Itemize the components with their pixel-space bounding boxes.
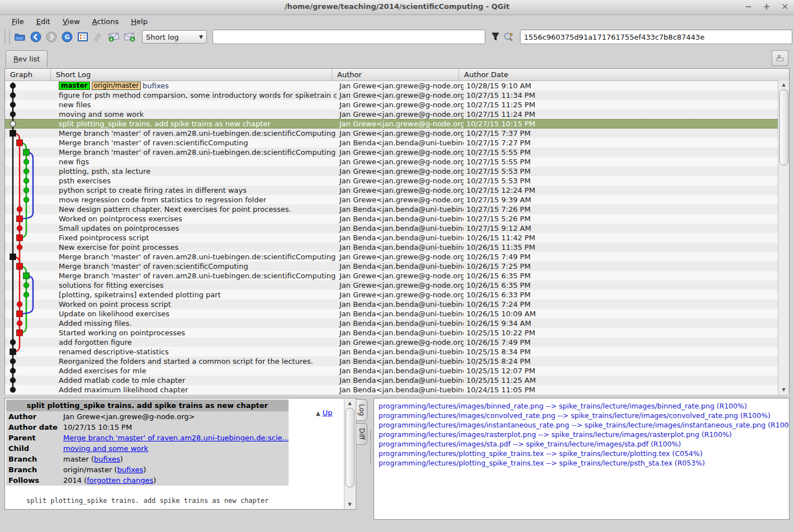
commit-row[interactable]: Worked on point process scriptJan Benda<… xyxy=(5,300,789,309)
detail-link[interactable]: bufixes xyxy=(94,455,120,463)
back-button[interactable] xyxy=(29,30,43,44)
commit-row[interactable]: add forgotten figureJan Grewe<jan.grewe@… xyxy=(5,338,789,347)
author-cell: Jan Grewe<jan.grewe@g-node.org> xyxy=(337,120,464,128)
commit-row[interactable]: [plotting, spiketrains] extended plottin… xyxy=(5,290,789,300)
commit-row[interactable]: Merge branch 'master' of raven.am28.uni-… xyxy=(5,252,789,262)
scroll-up-icon[interactable]: ▲ xyxy=(778,80,789,89)
details-scrollbar[interactable]: ▲ ▼ xyxy=(344,399,355,509)
commit-row[interactable]: solutions for fitting exercisesJan Grewe… xyxy=(5,281,789,290)
commit-row[interactable]: move regression code from statistics to … xyxy=(5,195,789,205)
author-cell: Jan Benda<jan.benda@uni-tuebing... xyxy=(337,347,464,357)
filter-input[interactable] xyxy=(212,30,485,44)
detail-link[interactable]: Merge branch 'master' of raven.am28.uni-… xyxy=(63,434,289,442)
forward-button[interactable] xyxy=(44,30,59,44)
col-header-author[interactable]: Author xyxy=(332,69,459,80)
short-log-cell: Merge branch 'master' of raven.am28.uni-… xyxy=(55,271,337,281)
changed-files-panel: programming/lectures/images/binned_rate.… xyxy=(374,398,790,520)
commit-row[interactable]: Merge branch 'master' of raven.am28.uni-… xyxy=(5,129,789,138)
format-patch-button[interactable] xyxy=(122,30,137,44)
file-rename-line[interactable]: programming/lectures/images/instantaneou… xyxy=(379,420,789,430)
scroll-up-icon[interactable]: ▲ xyxy=(344,399,355,407)
commit-row[interactable]: new filesJan Grewe<jan.grewe@g-node.org>… xyxy=(5,100,789,110)
scrollbar-thumb[interactable] xyxy=(779,89,788,165)
commit-row[interactable]: Merge branch 'master' of raven:scientifi… xyxy=(5,138,789,148)
date-cell: 10/27/15 5:53 PM xyxy=(464,167,789,176)
detail-link[interactable]: forgotten changes xyxy=(87,476,153,484)
commit-row[interactable]: Added missing files.Jan Benda<jan.benda@… xyxy=(5,319,789,328)
commit-subject: Added missing files. xyxy=(59,319,131,327)
date-cell: 10/27/15 11:34 PM xyxy=(464,91,789,100)
scroll-down-icon[interactable]: ▼ xyxy=(778,386,789,394)
commit-row[interactable]: Added matlab code to mle chapterJan Bend… xyxy=(5,376,789,385)
menu-bar: FileEditViewActionsHelp xyxy=(0,15,794,27)
apply-patch-button[interactable] xyxy=(107,30,121,44)
commit-row[interactable]: Small updates on pointprocessesJan Benda… xyxy=(5,224,789,233)
wand-button[interactable] xyxy=(91,30,106,44)
maximize-button[interactable]: + xyxy=(763,2,771,12)
filter-button[interactable] xyxy=(489,30,502,44)
commit-row[interactable]: masterorigin/masterbufixesJan Grewe<jan.… xyxy=(5,81,789,91)
col-header-author-date[interactable]: Author Date xyxy=(459,69,789,80)
file-rename-line[interactable]: programming/lectures/images/sta.pdf --> … xyxy=(379,439,789,449)
commit-row[interactable]: python script to create firing rates in … xyxy=(5,186,789,195)
commit-row[interactable]: Reorganized the folders and started a co… xyxy=(5,357,789,366)
file-rename-line[interactable]: programming/lectures/images/rasterplot.p… xyxy=(379,430,789,439)
menu-actions[interactable]: Actions xyxy=(87,16,124,27)
log-view-select[interactable]: Short log ▼ xyxy=(142,30,207,44)
commit-row[interactable]: moving and some workJan Grewe<jan.grewe@… xyxy=(5,110,789,119)
commit-row[interactable]: New design pattern chapter. Next exercis… xyxy=(5,205,789,214)
menu-edit[interactable]: Edit xyxy=(31,16,55,27)
commit-row[interactable]: plotting, psth, sta lectureJan Grewe<jan… xyxy=(5,167,789,176)
home-button[interactable]: G xyxy=(60,30,74,44)
toolbar-handle[interactable] xyxy=(4,30,10,44)
scrollbar-thumb[interactable] xyxy=(346,408,355,487)
commit-row[interactable]: Worked on pointprocess exercisesJan Bend… xyxy=(5,214,789,224)
tab-diff[interactable]: Diff xyxy=(356,423,367,445)
commit-row[interactable]: renamed descriptive-statisticsJan Benda<… xyxy=(5,347,789,357)
close-tab-button[interactable] xyxy=(772,50,788,66)
menu-view[interactable]: View xyxy=(58,16,85,27)
commit-row[interactable]: figure for psth method comparsion, some … xyxy=(5,91,789,100)
commit-row[interactable]: Added maximum likelihood chapterJan Bend… xyxy=(5,385,789,395)
commit-row[interactable]: Update on likelihood exercisesJan Benda<… xyxy=(5,309,789,319)
detail-value: 10/27/15 10:15 PM xyxy=(63,422,289,433)
detail-value: master (bufixes) xyxy=(63,454,289,464)
commit-subject: Merge branch 'master' of raven:scientifi… xyxy=(59,262,248,270)
menu-file[interactable]: File xyxy=(7,16,29,27)
file-rename-line[interactable]: programming/lectures/plotting_spike_trai… xyxy=(379,458,789,468)
menu-help[interactable]: Help xyxy=(126,16,153,27)
detail-link[interactable]: bufixes xyxy=(117,466,143,474)
commit-row[interactable]: Merge branch 'master' of raven.am28.uni-… xyxy=(5,271,789,281)
commit-row[interactable]: New exercise for point processesJan Bend… xyxy=(5,243,789,252)
col-header-short-log[interactable]: Short Log xyxy=(51,69,332,80)
tab-log[interactable]: Log xyxy=(356,399,367,421)
close-button[interactable]: ✕ xyxy=(781,2,788,12)
commit-row[interactable]: Fixed pointprocess scriptJan Benda<jan.b… xyxy=(5,233,789,243)
commit-row[interactable]: Merge branch 'master' of raven:scientifi… xyxy=(5,262,789,271)
col-header-graph[interactable]: Graph xyxy=(5,69,51,80)
open-repo-button[interactable] xyxy=(13,30,27,44)
commit-row[interactable]: psth exercisesJan Grewe<jan.grewe@g-node… xyxy=(5,176,789,186)
tab-rev-list[interactable]: Rev list xyxy=(6,50,48,67)
file-rename-line[interactable]: programming/lectures/images/convolved_ra… xyxy=(379,411,789,420)
sha-input[interactable] xyxy=(520,30,792,44)
commit-row[interactable]: Added exercises for mleJan Benda<jan.ben… xyxy=(5,366,789,376)
chevron-down-icon: ▼ xyxy=(199,34,203,40)
commit-row[interactable]: split plotting_spike trains. add spike t… xyxy=(5,119,789,129)
highlight-search-button[interactable] xyxy=(502,30,516,44)
minimize-button[interactable]: − xyxy=(745,2,752,12)
graph-cell xyxy=(5,91,55,100)
scroll-down-icon[interactable]: ▼ xyxy=(344,500,355,509)
short-log-cell: split plotting_spike trains. add spike t… xyxy=(55,120,337,128)
view-button[interactable] xyxy=(75,30,90,44)
commit-row[interactable]: new figsJan Grewe<jan.grewe@g-node.org>1… xyxy=(5,157,789,167)
commit-row[interactable]: Started working on pointprocessesJan Ben… xyxy=(5,328,789,338)
file-rename-line[interactable]: programming/lectures/plotting_spike_trai… xyxy=(379,449,789,458)
panel-splitter[interactable] xyxy=(370,430,371,464)
graph-cell xyxy=(5,366,55,376)
up-link[interactable]: Up xyxy=(323,408,333,417)
commit-row[interactable]: Merge branch 'master' of raven.am28.uni-… xyxy=(5,148,789,157)
detail-link[interactable]: moving and some work xyxy=(63,444,148,453)
rev-list-scrollbar[interactable]: ▲ ▼ xyxy=(778,80,789,394)
file-rename-line[interactable]: programming/lectures/images/binned_rate.… xyxy=(379,401,789,411)
